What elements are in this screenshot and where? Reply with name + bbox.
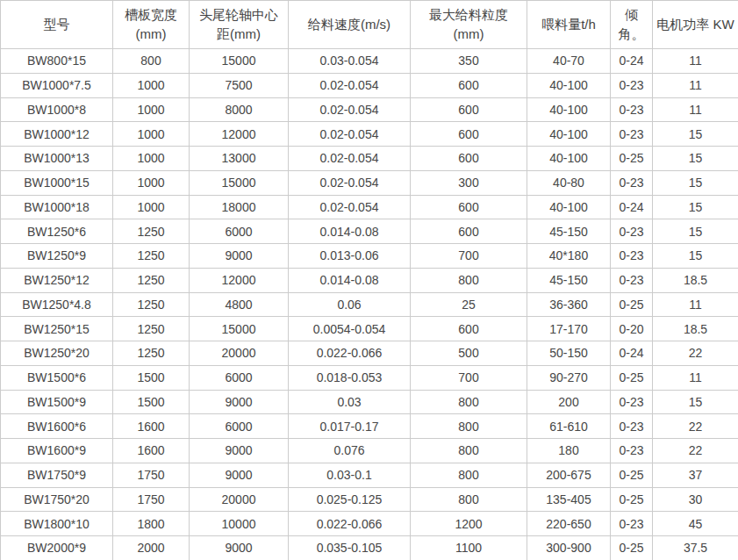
table-cell: 6000 [190, 414, 289, 439]
table-cell: 45 [653, 512, 738, 536]
table-cell: 180 [527, 439, 611, 463]
table-cell: 11 [653, 365, 738, 390]
table-cell: BW1500*9 [1, 390, 113, 414]
table-cell: 40-70 [527, 49, 611, 74]
table-cell: 0.014-0.08 [289, 219, 411, 244]
table-cell: 0-23 [611, 390, 653, 414]
table-cell: 0.03-0.054 [289, 49, 411, 74]
table-cell: 0-25 [611, 463, 653, 487]
table-row: BW1250*4.8125048000.062536-3600-2511 [1, 292, 738, 317]
table-cell: 90-270 [527, 365, 611, 390]
table-row: BW1000*131000130000.02-0.05460040-1000-2… [1, 147, 738, 171]
table-cell: 0-23 [611, 97, 653, 122]
table-cell: 0.02-0.054 [289, 170, 411, 195]
table-cell: 200-675 [527, 463, 611, 487]
table-cell: 0-23 [611, 219, 653, 244]
table-cell: 0-23 [611, 170, 653, 195]
table-cell: BW1000*7.5 [1, 73, 113, 97]
table-cell: 15000 [190, 170, 289, 195]
table-cell: 800 [411, 463, 527, 487]
table-cell: 600 [411, 147, 527, 171]
table-cell: 15 [653, 170, 738, 195]
table-cell: BW1250*20 [1, 341, 113, 366]
table-cell: BW1000*12 [1, 122, 113, 147]
table-cell: 40*180 [527, 244, 611, 269]
table-cell: 0-23 [611, 73, 653, 97]
table-cell: BW1250*4.8 [1, 292, 113, 317]
table-cell: 15 [653, 390, 738, 414]
table-cell: 0.013-0.06 [289, 244, 411, 269]
table-cell: 18.5 [653, 317, 738, 341]
table-cell: 800 [411, 487, 527, 512]
table-cell: 0.018-0.053 [289, 365, 411, 390]
table-row: BW1000*7.5100075000.02-0.05460040-1000-2… [1, 73, 738, 97]
table-cell: 45-150 [527, 268, 611, 292]
table-cell: 9000 [190, 439, 289, 463]
table-cell: 4800 [190, 292, 289, 317]
table-cell: 0.035-0.105 [289, 536, 411, 560]
table-row: BW1250*6125060000.014-0.0860045-1500-231… [1, 219, 738, 244]
table-cell: 11 [653, 292, 738, 317]
table-cell: 1250 [113, 244, 190, 269]
table-cell: 1250 [113, 292, 190, 317]
table-row: BW800*15800150000.03-0.05435040-700-2411 [1, 49, 738, 74]
table-cell: BW1250*9 [1, 244, 113, 269]
table-cell: 15 [653, 147, 738, 171]
table-cell: 1000 [113, 195, 190, 219]
table-cell: 37.5 [653, 536, 738, 560]
table-cell: 0-23 [611, 512, 653, 536]
table-cell: 800 [411, 390, 527, 414]
table-cell: 0.0054-0.054 [289, 317, 411, 341]
table-cell: 0.022-0.066 [289, 341, 411, 366]
table-cell: 0-23 [611, 439, 653, 463]
table-cell: BW1000*13 [1, 147, 113, 171]
table-cell: 40-80 [527, 170, 611, 195]
table-cell: 1000 [113, 170, 190, 195]
table-cell: 0-23 [611, 244, 653, 269]
table-row: BW1800*101800100000.022-0.0661200220-650… [1, 512, 738, 536]
table-cell: 0-25 [611, 487, 653, 512]
table-cell: 18.5 [653, 268, 738, 292]
table-cell: 22 [653, 439, 738, 463]
table-cell: BW1600*9 [1, 439, 113, 463]
table-cell: 0-24 [611, 341, 653, 366]
table-cell: 0-23 [611, 122, 653, 147]
table-cell: 12000 [190, 122, 289, 147]
table-cell: BW1000*15 [1, 170, 113, 195]
table-cell: 12000 [190, 268, 289, 292]
table-cell: BW1250*12 [1, 268, 113, 292]
table-cell: 15 [653, 122, 738, 147]
table-cell: 1250 [113, 268, 190, 292]
column-header: 型号 [1, 1, 113, 49]
table-cell: 600 [411, 73, 527, 97]
table-cell: 500 [411, 341, 527, 366]
column-header: 喂料量t/h [527, 1, 611, 49]
table-cell: BW800*15 [1, 49, 113, 74]
table-cell: 0.03 [289, 390, 411, 414]
table-cell: BW1800*10 [1, 512, 113, 536]
table-cell: 17-170 [527, 317, 611, 341]
table-cell: BW1250*6 [1, 219, 113, 244]
table-row: BW1500*6150060000.018-0.05370090-2700-25… [1, 365, 738, 390]
table-cell: 700 [411, 365, 527, 390]
table-cell: 22 [653, 414, 738, 439]
table-cell: BW1000*18 [1, 195, 113, 219]
table-cell: 0.02-0.054 [289, 147, 411, 171]
table-cell: 0.017-0.17 [289, 414, 411, 439]
table-cell: 220-650 [527, 512, 611, 536]
table-cell: 600 [411, 122, 527, 147]
table-cell: BW1750*9 [1, 463, 113, 487]
column-header: 槽板宽度(mm) [113, 1, 190, 49]
table-cell: 1250 [113, 219, 190, 244]
table-cell: 0-24 [611, 49, 653, 74]
table-row: BW1500*9150090000.038002000-2315 [1, 390, 738, 414]
table-cell: 0.02-0.054 [289, 122, 411, 147]
table-cell: 9000 [190, 390, 289, 414]
table-cell: 0.03-0.1 [289, 463, 411, 487]
table-cell: 25 [411, 292, 527, 317]
table-cell: 0.02-0.054 [289, 97, 411, 122]
table-cell: BW1600*6 [1, 414, 113, 439]
table-row: BW1600*6160060000.017-0.1780061-6100-232… [1, 414, 738, 439]
table-cell: 300-900 [527, 536, 611, 560]
table-cell: 6000 [190, 219, 289, 244]
